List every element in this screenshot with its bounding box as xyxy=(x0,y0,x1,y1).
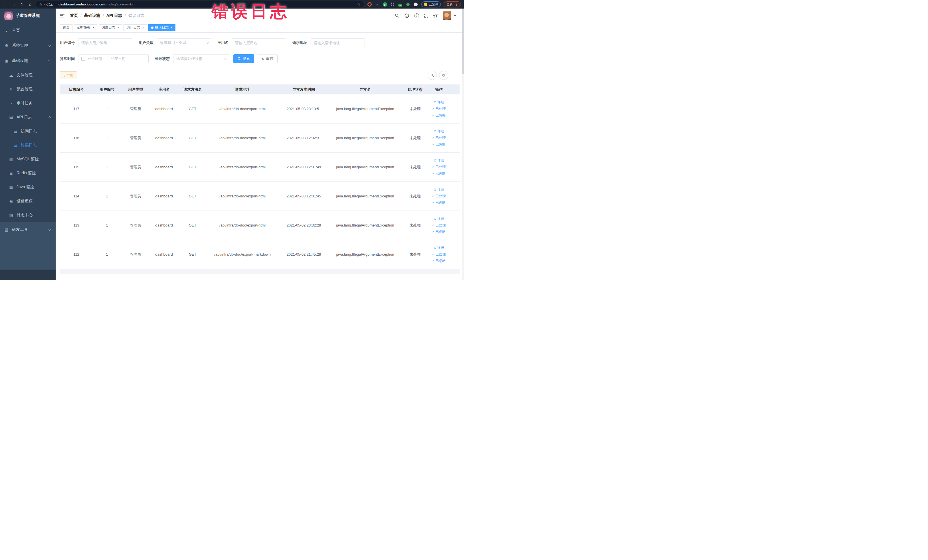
github-icon[interactable] xyxy=(404,13,409,18)
extension-icon[interactable] xyxy=(367,2,372,6)
sidebar-item-链路追踪[interactable]: ◉链路追踪 xyxy=(0,194,56,208)
extension-icon[interactable]: y xyxy=(383,2,387,6)
sidebar-item-基础设施[interactable]: ▣基础设施 xyxy=(0,53,56,68)
mark-ignored-link[interactable]: ✓已忽略 xyxy=(432,258,446,263)
sidebar-item-配置管理[interactable]: ✎配置管理 xyxy=(0,82,56,96)
help-icon[interactable]: ? xyxy=(414,14,419,18)
mark-ignored-link[interactable]: ✓已忽略 xyxy=(432,142,446,147)
user-type-select[interactable]: 请选择用户类型 xyxy=(157,38,211,47)
mark-processed-link[interactable]: ✓已处理 xyxy=(432,136,446,140)
cell-user_id: 1 xyxy=(93,211,121,240)
browser-menu-icon[interactable]: ⋮ xyxy=(455,2,458,6)
sidebar-item-首页[interactable]: ◒首页 xyxy=(0,23,56,38)
mark-ignored-link[interactable]: ✓已忽略 xyxy=(432,113,446,118)
paused-extension-button[interactable]: 已暂停 xyxy=(421,2,441,8)
exception-time-range-picker[interactable]: 开始日期 - 结束日期 xyxy=(78,54,149,63)
scrollbar-thumb[interactable] xyxy=(462,9,464,74)
mark-ignored-link[interactable]: ✓已忽略 xyxy=(432,171,446,176)
sidebar-item-API 日志[interactable]: ▤API 日志 xyxy=(0,110,56,124)
chevron-down-icon[interactable] xyxy=(454,15,456,17)
column-header-异常名: 异常名 xyxy=(330,85,401,94)
mark-ignored-link[interactable]: ✓已忽略 xyxy=(432,229,446,234)
cell-status: 未处理 xyxy=(401,95,429,123)
extension-icon[interactable]: on xyxy=(398,2,403,6)
sidebar-item-Redis 监控[interactable]: ≣Redis 监控 xyxy=(0,166,56,180)
cell-status: 未处理 xyxy=(401,211,429,240)
app-name-input[interactable] xyxy=(232,38,286,47)
close-icon[interactable]: × xyxy=(142,26,144,29)
mark-processed-link[interactable]: ✓已处理 xyxy=(432,252,446,257)
sidebar-item-定时任务[interactable]: ◔定时任务 xyxy=(0,96,56,110)
breadcrumb-item-current: 错误日志 xyxy=(128,13,144,18)
detail-link[interactable]: ⊙详细 xyxy=(433,216,444,221)
scrollbar[interactable] xyxy=(462,9,464,280)
tab-首页[interactable]: 首页 xyxy=(60,24,72,31)
sidebar-item-label: 文件管理 xyxy=(17,73,32,78)
mark-processed-link[interactable]: ✓已处理 xyxy=(432,165,446,169)
process-status-select[interactable]: 请选择处理状态 xyxy=(173,54,229,63)
mark-ignored-link[interactable]: ✓已忽略 xyxy=(432,200,446,205)
font-size-icon[interactable]: TT xyxy=(433,14,438,18)
breadcrumb-item[interactable]: 首页 xyxy=(70,13,78,18)
mark-processed-link[interactable]: ✓已处理 xyxy=(432,223,446,227)
mark-processed-link[interactable]: ✓已处理 xyxy=(432,107,446,111)
sidebar-item-错误日志[interactable]: ▤错误日志 xyxy=(0,138,56,152)
sidebar-item-MySQL 监控[interactable]: ▥MySQL 监控 xyxy=(0,152,56,166)
detail-link[interactable]: ⊙详细 xyxy=(433,129,444,134)
extension-icon[interactable]: ▼ xyxy=(375,2,379,6)
detail-link[interactable]: ⊙详细 xyxy=(433,100,444,105)
home-icon[interactable]: ⌂ xyxy=(27,2,33,6)
close-icon[interactable]: × xyxy=(92,26,95,29)
extension-icon[interactable] xyxy=(406,2,410,6)
breadcrumb-item[interactable]: API 日志 xyxy=(107,13,122,18)
sidebar-item-系统管理[interactable]: ⚙系统管理 xyxy=(0,38,56,53)
sidebar-item-Java 监控[interactable]: ▦Java 监控 xyxy=(0,180,56,194)
mark-processed-link[interactable]: ✓已处理 xyxy=(432,194,446,198)
devtools-icon: ▨ xyxy=(4,227,9,232)
row-actions: ⊙详细✓已处理✓已忽略 xyxy=(429,211,449,240)
sidebar-item-文件管理[interactable]: ☁文件管理 xyxy=(0,68,56,82)
reload-icon[interactable]: ↻ xyxy=(20,2,24,6)
extension-icon[interactable] xyxy=(414,2,418,6)
fullscreen-icon[interactable] xyxy=(424,14,429,18)
sidebar-item-日志中心[interactable]: ▧日志中心 xyxy=(0,208,56,222)
tab-错误日志[interactable]: 错误日志× xyxy=(148,24,176,31)
bookmark-star-icon[interactable]: ☆ xyxy=(357,2,360,6)
cell-exception: java.lang.IllegalArgumentException xyxy=(330,211,401,240)
detail-link[interactable]: ⊙详细 xyxy=(433,158,444,163)
forward-icon[interactable]: → xyxy=(11,2,16,6)
column-header-操作: 操作 xyxy=(429,85,449,94)
detail-link[interactable]: ⊙详细 xyxy=(433,187,444,192)
request-url-input[interactable] xyxy=(311,38,365,47)
browser-update-button[interactable]: 更新 ⋮ xyxy=(444,2,461,8)
tab-访问日志[interactable]: 访问日志× xyxy=(124,24,147,31)
hamburger-icon[interactable] xyxy=(60,13,65,18)
refresh-table-button[interactable]: ↻ xyxy=(439,71,448,80)
close-icon[interactable]: × xyxy=(171,26,172,29)
reset-button[interactable]: ↻ 重置 xyxy=(257,54,278,63)
cell-exception: java.lang.IllegalArgumentException xyxy=(330,95,401,123)
close-icon[interactable]: × xyxy=(117,26,119,29)
eye-icon: ⊙ xyxy=(433,188,436,191)
export-button[interactable]: ↓ 导出 xyxy=(60,71,77,79)
check-icon: ✓ xyxy=(432,165,435,169)
chevron-down-icon xyxy=(47,43,51,46)
user-id-input[interactable] xyxy=(78,38,132,47)
cell-user_type: 管理员 xyxy=(121,153,150,182)
tab-调度日志[interactable]: 调度日志× xyxy=(99,24,122,31)
sidebar-item-访问日志[interactable]: ▤访问日志 xyxy=(0,124,56,138)
extension-icon[interactable] xyxy=(390,2,395,6)
search-icon[interactable] xyxy=(395,14,399,18)
breadcrumb-item[interactable]: 基础设施 xyxy=(84,13,100,18)
row-actions: ⊙详细✓已处理✓已忽略 xyxy=(429,153,449,182)
tab-定时任务[interactable]: 定时任务× xyxy=(74,24,97,31)
back-icon[interactable]: ← xyxy=(3,2,8,6)
toggle-search-button[interactable] xyxy=(427,71,437,80)
avatar[interactable] xyxy=(443,11,451,20)
sidebar-item-label: API 日志 xyxy=(17,115,32,120)
search-button[interactable]: 搜索 xyxy=(234,54,254,63)
sidebar-item-研发工具[interactable]: ▨研发工具 xyxy=(0,222,56,237)
url-bar[interactable]: ⚠ 不安全 dashboard.yudao.iocoder.cn /infra/… xyxy=(36,1,364,8)
url-domain: dashboard.yudao.iocoder.cn xyxy=(58,3,103,6)
detail-link[interactable]: ⊙详细 xyxy=(433,245,444,250)
